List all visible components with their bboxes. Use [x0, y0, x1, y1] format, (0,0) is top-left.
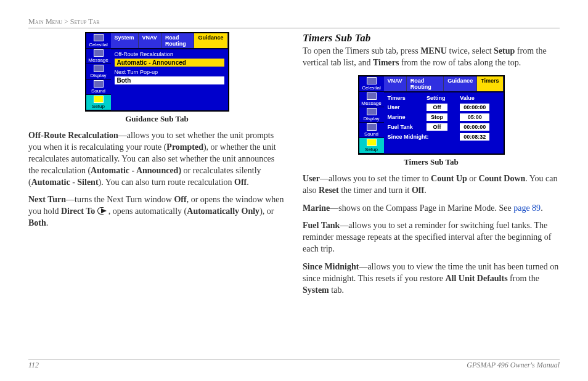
para-next-turn: Next Turn—turns the Next Turn window Off… [28, 194, 285, 229]
tab-road-routing: Road Routing [161, 33, 195, 48]
timers-figure: CelestialMessageDisplaySoundSetup VNAVRo… [303, 75, 560, 167]
tab-timers: Timers [477, 76, 503, 91]
page-number: 112 [28, 361, 39, 370]
para-since-midnight: Since Midnight—allows you to view the ti… [303, 261, 560, 297]
manual-title: GPSMAP 496 Owner's Manual [467, 361, 560, 370]
left-column: CelestialMessageDisplaySoundSetup System… [28, 32, 285, 303]
since-midnight-label: Since Midnight: [385, 132, 458, 142]
celestial-icon [94, 34, 104, 41]
sidebar-item-setup: Setup [86, 95, 111, 110]
tab-vnav: VNAV [384, 76, 407, 91]
sidebar-item-display: Display [359, 107, 384, 123]
para-timers-intro: To open the Timers sub tab, press MENU t… [303, 46, 560, 69]
field-off-route-label: Off-Route Recalculation [112, 51, 227, 58]
celestial-icon [367, 77, 377, 84]
timers-hdr-value: Value [457, 94, 502, 102]
para-off-route: Off-Route Recalculation—allows you to se… [28, 130, 285, 188]
para-marine: Marine—shows on the Compass Page in Mari… [303, 203, 560, 215]
sidebar-item-message: Message [86, 49, 111, 64]
footer: 112 GPSMAP 496 Owner's Manual [28, 359, 560, 370]
breadcrumb-section: Main Menu > [28, 17, 68, 26]
timer-row: MarineStop05:00 [385, 112, 502, 122]
timers-caption: Timers Sub Tab [303, 157, 560, 167]
sidebar-item-setup: Setup [359, 138, 384, 154]
breadcrumb-page: Setup Tab [70, 17, 100, 26]
sidebar-item-message: Message [359, 92, 384, 107]
field-next-turn-label: Next Turn Pop-up [112, 68, 227, 76]
timers-hdr-timers: Timers [385, 94, 425, 102]
setup-icon [367, 139, 377, 146]
right-column: Timers Sub Tab To open the Timers sub ta… [303, 32, 560, 303]
display-icon [94, 65, 104, 72]
timer-row: UserOff00:00:00 [385, 102, 502, 112]
sidebar-item-sound: Sound [359, 123, 384, 138]
tab-guidance: Guidance [194, 33, 227, 48]
field-off-route-value: Automatic - Announced [115, 59, 224, 67]
sidebar-item-celestial: Celestial [359, 76, 384, 92]
setup-icon [94, 96, 104, 103]
field-next-turn-value: Both [115, 76, 224, 84]
guidance-caption: Guidance Sub Tab [28, 114, 285, 124]
timers-heading: Timers Sub Tab [303, 32, 560, 44]
timers-hdr-setting: Setting [424, 94, 457, 102]
link-page-89[interactable]: page 89 [513, 203, 541, 213]
tab-guidance: Guidance [444, 76, 477, 91]
message-icon [94, 49, 104, 57]
sidebar-item-display: Display [86, 64, 111, 80]
since-midnight-value: 00:08:32 [460, 133, 489, 141]
breadcrumb: Main Menu > Setup Tab [28, 17, 560, 28]
tab-road-routing: Road Routing [407, 76, 444, 91]
para-user: User—allows you to set the timer to Coun… [303, 173, 560, 197]
sidebar-item-sound: Sound [86, 80, 111, 95]
para-fuel-tank: Fuel Tank—allows you to set a reminder f… [303, 220, 560, 255]
tab-system: System [111, 33, 139, 48]
sound-icon [367, 123, 377, 131]
sidebar-item-celestial: Celestial [86, 33, 111, 49]
direct-to-icon [97, 207, 108, 214]
message-icon [367, 92, 377, 100]
timer-row: Fuel TankOff00:00:00 [385, 122, 502, 132]
tab-vnav: VNAV [139, 33, 161, 48]
sound-icon [94, 80, 104, 88]
guidance-figure: CelestialMessageDisplaySoundSetup System… [28, 32, 285, 124]
display-icon [367, 108, 377, 115]
